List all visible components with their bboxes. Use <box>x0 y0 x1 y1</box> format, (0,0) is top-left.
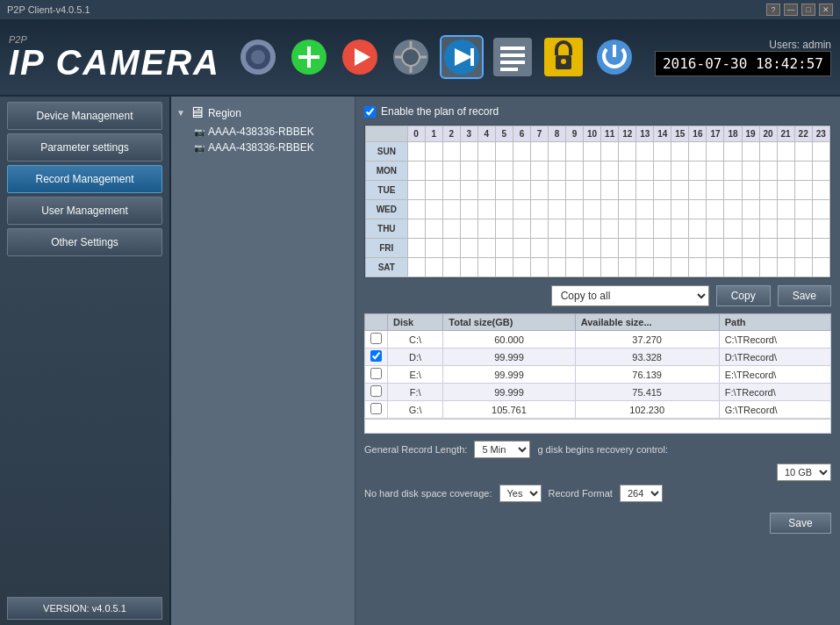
log-icon[interactable] <box>491 35 535 79</box>
schedule-cell-mon-5[interactable] <box>495 162 513 181</box>
schedule-cell-thu-4[interactable] <box>477 219 495 239</box>
schedule-cell-sun-12[interactable] <box>619 142 636 162</box>
schedule-cell-mon-19[interactable] <box>742 162 759 181</box>
schedule-cell-wed-20[interactable] <box>759 200 777 219</box>
tree-camera-2[interactable]: 📷 AAAA-438336-RBBEK <box>176 140 349 155</box>
schedule-cell-tue-18[interactable] <box>724 181 742 200</box>
schedule-cell-wed-8[interactable] <box>549 200 566 219</box>
maximize-button[interactable]: □ <box>801 4 815 16</box>
schedule-cell-mon-10[interactable] <box>584 162 601 181</box>
schedule-cell-tue-21[interactable] <box>777 181 794 200</box>
schedule-cell-sat-10[interactable] <box>584 258 601 277</box>
schedule-cell-sun-9[interactable] <box>566 142 584 162</box>
schedule-cell-sat-2[interactable] <box>442 258 460 277</box>
schedule-cell-tue-13[interactable] <box>636 181 654 200</box>
schedule-cell-sun-21[interactable] <box>777 142 794 162</box>
schedule-cell-fri-20[interactable] <box>759 239 777 258</box>
schedule-cell-sat-15[interactable] <box>671 258 689 277</box>
schedule-cell-sat-3[interactable] <box>460 258 477 277</box>
record-format-select[interactable]: 264AVI <box>620 485 663 502</box>
schedule-cell-fri-9[interactable] <box>566 239 584 258</box>
schedule-cell-mon-17[interactable] <box>707 162 724 181</box>
schedule-cell-mon-22[interactable] <box>794 162 812 181</box>
schedule-cell-sun-5[interactable] <box>495 142 513 162</box>
schedule-cell-wed-10[interactable] <box>584 200 601 219</box>
schedule-cell-thu-12[interactable] <box>619 219 636 239</box>
schedule-cell-wed-1[interactable] <box>425 200 442 219</box>
schedule-cell-sun-11[interactable] <box>601 142 619 162</box>
schedule-cell-thu-1[interactable] <box>425 219 442 239</box>
schedule-cell-mon-15[interactable] <box>671 162 689 181</box>
schedule-cell-fri-15[interactable] <box>671 239 689 258</box>
schedule-cell-sat-9[interactable] <box>566 258 584 277</box>
schedule-cell-wed-3[interactable] <box>460 200 477 219</box>
schedule-cell-tue-9[interactable] <box>566 181 584 200</box>
schedule-cell-sat-14[interactable] <box>654 258 671 277</box>
help-button[interactable]: ? <box>766 4 780 16</box>
bottom-save-button[interactable]: Save <box>770 513 831 534</box>
schedule-cell-fri-10[interactable] <box>584 239 601 258</box>
schedule-cell-tue-23[interactable] <box>812 181 829 200</box>
schedule-cell-mon-12[interactable] <box>619 162 636 181</box>
schedule-cell-thu-5[interactable] <box>495 219 513 239</box>
schedule-cell-fri-21[interactable] <box>777 239 794 258</box>
schedule-cell-thu-11[interactable] <box>601 219 619 239</box>
schedule-cell-fri-1[interactable] <box>425 239 442 258</box>
schedule-cell-thu-6[interactable] <box>513 219 530 239</box>
schedule-cell-mon-6[interactable] <box>513 162 530 181</box>
schedule-cell-tue-6[interactable] <box>513 181 530 200</box>
schedule-cell-sat-13[interactable] <box>636 258 654 277</box>
disk-check-3[interactable] <box>365 384 388 401</box>
schedule-cell-sun-7[interactable] <box>530 142 548 162</box>
disk-check-2[interactable] <box>365 366 388 384</box>
schedule-cell-wed-11[interactable] <box>601 200 619 219</box>
schedule-cell-sat-4[interactable] <box>477 258 495 277</box>
schedule-cell-mon-2[interactable] <box>442 162 460 181</box>
schedule-cell-sun-22[interactable] <box>794 142 812 162</box>
camera-nav-icon[interactable] <box>236 35 280 79</box>
schedule-cell-sun-6[interactable] <box>513 142 530 162</box>
schedule-cell-thu-15[interactable] <box>671 219 689 239</box>
copy-button[interactable]: Copy <box>716 285 771 306</box>
schedule-cell-thu-22[interactable] <box>794 219 812 239</box>
schedule-cell-sun-0[interactable] <box>407 142 425 162</box>
schedule-cell-fri-3[interactable] <box>460 239 477 258</box>
power-icon[interactable] <box>592 35 636 79</box>
schedule-cell-sun-1[interactable] <box>425 142 442 162</box>
schedule-cell-mon-3[interactable] <box>460 162 477 181</box>
schedule-cell-sat-5[interactable] <box>495 258 513 277</box>
schedule-cell-tue-3[interactable] <box>460 181 477 200</box>
schedule-cell-tue-11[interactable] <box>601 181 619 200</box>
schedule-cell-fri-19[interactable] <box>742 239 759 258</box>
schedule-cell-sun-14[interactable] <box>654 142 671 162</box>
schedule-cell-thu-0[interactable] <box>407 219 425 239</box>
schedule-cell-mon-16[interactable] <box>689 162 707 181</box>
settings-wheel-icon[interactable] <box>389 35 433 79</box>
sidebar-item-record-management[interactable]: Record Management <box>7 165 162 193</box>
disk-recovery-select[interactable]: 5 GB10 GB15 GB20 GB <box>777 463 831 481</box>
schedule-cell-sat-16[interactable] <box>689 258 707 277</box>
schedule-cell-sun-17[interactable] <box>707 142 724 162</box>
schedule-cell-sun-23[interactable] <box>812 142 829 162</box>
schedule-cell-thu-14[interactable] <box>654 219 671 239</box>
add-device-icon[interactable] <box>287 35 331 79</box>
schedule-cell-thu-7[interactable] <box>530 219 548 239</box>
minimize-button[interactable]: — <box>784 4 798 16</box>
schedule-cell-tue-4[interactable] <box>477 181 495 200</box>
schedule-cell-tue-7[interactable] <box>530 181 548 200</box>
schedule-cell-sat-0[interactable] <box>407 258 425 277</box>
schedule-cell-fri-6[interactable] <box>513 239 530 258</box>
tree-camera-1[interactable]: 📷 AAAA-438336-RBBEK <box>176 124 349 140</box>
schedule-cell-sun-15[interactable] <box>671 142 689 162</box>
schedule-cell-fri-16[interactable] <box>689 239 707 258</box>
schedule-cell-sat-17[interactable] <box>707 258 724 277</box>
save-schedule-button[interactable]: Save <box>778 285 831 306</box>
schedule-cell-sun-19[interactable] <box>742 142 759 162</box>
schedule-cell-fri-2[interactable] <box>442 239 460 258</box>
disk-check-0[interactable] <box>365 331 388 348</box>
schedule-cell-sat-8[interactable] <box>549 258 566 277</box>
schedule-cell-mon-13[interactable] <box>636 162 654 181</box>
schedule-cell-wed-5[interactable] <box>495 200 513 219</box>
schedule-cell-wed-21[interactable] <box>777 200 794 219</box>
schedule-cell-wed-15[interactable] <box>671 200 689 219</box>
